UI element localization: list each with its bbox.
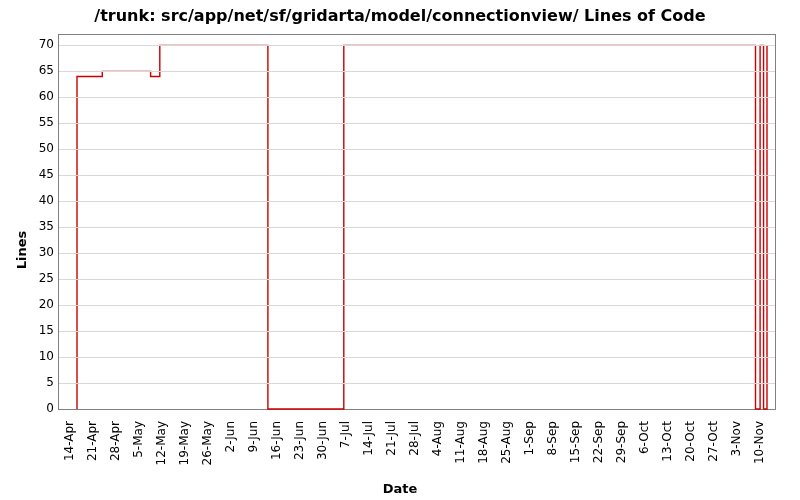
x-tick-label: 1-Sep — [522, 421, 536, 456]
y-tick-label: 0 — [14, 401, 54, 415]
gridline — [59, 45, 775, 46]
x-tick-label: 18-Aug — [476, 421, 490, 464]
y-tick-label: 55 — [14, 115, 54, 129]
x-tick-label: 15-Sep — [568, 421, 582, 463]
gridline — [59, 201, 775, 202]
x-tick-label: 16-Jun — [269, 421, 283, 460]
y-tick-label: 30 — [14, 245, 54, 259]
y-tick-label: 15 — [14, 323, 54, 337]
x-tick-label: 30-Jun — [315, 421, 329, 460]
x-tick-label: 4-Aug — [430, 421, 444, 456]
x-tick-label: 25-Aug — [499, 421, 513, 464]
x-tick-label: 5-May — [131, 421, 145, 458]
plot-area — [58, 34, 776, 410]
x-tick-label: 19-May — [177, 421, 191, 465]
x-tick-label: 10-Nov — [752, 421, 766, 464]
chart-series-svg — [59, 35, 775, 409]
x-tick-label: 14-Apr — [62, 421, 76, 461]
x-tick-label: 13-Oct — [660, 421, 674, 462]
x-tick-label: 28-Jul — [407, 421, 421, 456]
x-tick-label: 6-Oct — [637, 421, 651, 454]
x-tick-label: 21-Apr — [85, 421, 99, 461]
y-tick-label: 65 — [14, 63, 54, 77]
x-axis-title: Date — [0, 481, 800, 496]
gridline — [59, 149, 775, 150]
chart-root: /trunk: src/app/net/sf/gridarta/model/co… — [0, 0, 800, 500]
gridline — [59, 71, 775, 72]
gridline — [59, 279, 775, 280]
y-tick-label: 40 — [14, 193, 54, 207]
y-tick-label: 50 — [14, 141, 54, 155]
gridline — [59, 227, 775, 228]
gridline — [59, 383, 775, 384]
x-tick-label: 26-May — [200, 421, 214, 465]
y-tick-label: 60 — [14, 89, 54, 103]
x-tick-label: 23-Jun — [292, 421, 306, 460]
y-tick-label: 70 — [14, 37, 54, 51]
x-tick-label: 14-Jul — [361, 421, 375, 456]
chart-title: /trunk: src/app/net/sf/gridarta/model/co… — [0, 6, 800, 25]
gridline — [59, 253, 775, 254]
x-tick-label: 29-Sep — [614, 421, 628, 463]
y-tick-label: 35 — [14, 219, 54, 233]
gridline — [59, 123, 775, 124]
x-tick-label: 20-Oct — [683, 421, 697, 462]
y-tick-label: 5 — [14, 375, 54, 389]
y-tick-label: 25 — [14, 271, 54, 285]
x-tick-label: 9-Jun — [246, 421, 260, 452]
x-tick-label: 28-Apr — [108, 421, 122, 461]
x-tick-label: 7-Jul — [338, 421, 352, 448]
gridline — [59, 175, 775, 176]
y-tick-label: 10 — [14, 349, 54, 363]
x-tick-label: 2-Jun — [223, 421, 237, 452]
y-tick-label: 20 — [14, 297, 54, 311]
x-tick-label: 12-May — [154, 421, 168, 465]
gridline — [59, 97, 775, 98]
x-tick-label: 8-Sep — [545, 421, 559, 456]
x-tick-label: 11-Aug — [453, 421, 467, 464]
x-tick-label: 21-Jul — [384, 421, 398, 456]
y-tick-label: 45 — [14, 167, 54, 181]
x-tick-label: 3-Nov — [729, 421, 743, 456]
gridline — [59, 331, 775, 332]
gridline — [59, 357, 775, 358]
gridline — [59, 305, 775, 306]
x-tick-label: 27-Oct — [706, 421, 720, 462]
x-tick-label: 22-Sep — [591, 421, 605, 463]
